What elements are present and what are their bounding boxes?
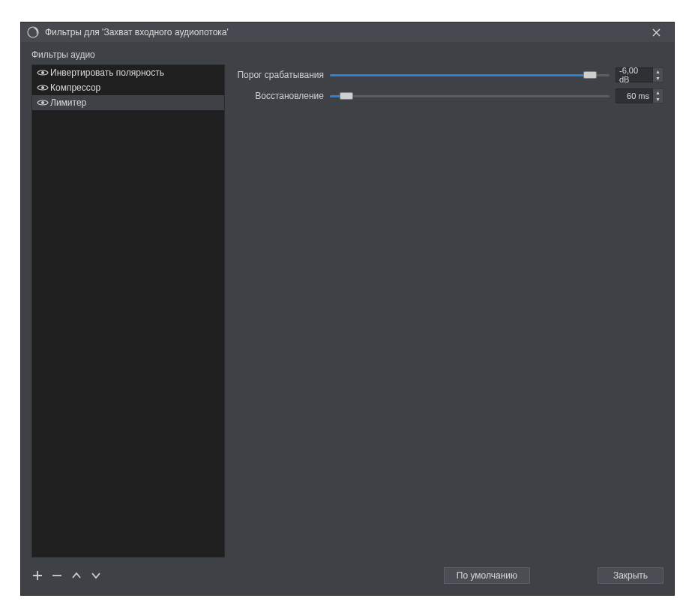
dialog-body: Фильтры аудио Инвертировать полярность bbox=[21, 42, 674, 595]
threshold-spinbox[interactable]: -6,00 dB ▲ ▼ bbox=[616, 67, 664, 82]
filters-dialog: Фильтры для 'Захват входного аудиопотока… bbox=[20, 22, 675, 596]
slider-track bbox=[330, 95, 610, 97]
filter-item-label: Лимитер bbox=[50, 97, 86, 108]
release-value[interactable]: 60 ms bbox=[616, 88, 653, 103]
minus-icon bbox=[52, 570, 62, 581]
close-icon bbox=[652, 28, 661, 37]
svg-point-1 bbox=[31, 31, 34, 34]
release-spinbox[interactable]: 60 ms ▲ ▼ bbox=[616, 88, 664, 103]
threshold-label: Порог срабатывания bbox=[235, 70, 324, 80]
slider-thumb[interactable] bbox=[583, 71, 597, 79]
svg-point-3 bbox=[41, 86, 44, 89]
stepper-up-icon[interactable]: ▲ bbox=[653, 68, 663, 75]
filter-item-label: Инвертировать полярность bbox=[50, 67, 164, 78]
columns: Фильтры аудио Инвертировать полярность bbox=[31, 49, 664, 558]
remove-filter-button[interactable] bbox=[51, 568, 63, 583]
threshold-stepper[interactable]: ▲ ▼ bbox=[653, 67, 664, 82]
svg-point-4 bbox=[41, 101, 44, 104]
close-button[interactable]: Закрыть bbox=[598, 567, 664, 584]
move-filter-down-button[interactable] bbox=[90, 568, 102, 583]
eye-icon bbox=[37, 69, 49, 76]
title-bar: Фильтры для 'Захват входного аудиопотока… bbox=[21, 22, 674, 42]
threshold-slider[interactable] bbox=[330, 69, 610, 81]
release-label: Восстановление bbox=[235, 91, 324, 101]
obs-app-icon bbox=[27, 26, 39, 38]
property-release: Восстановление 60 ms ▲ ▼ bbox=[235, 85, 664, 106]
filters-section-label: Фильтры аудио bbox=[31, 49, 225, 60]
chevron-down-icon bbox=[91, 572, 101, 579]
window-title: Фильтры для 'Захват входного аудиопотока… bbox=[45, 27, 643, 37]
svg-point-2 bbox=[41, 71, 44, 74]
dialog-footer: По умолчанию Закрыть bbox=[31, 565, 664, 586]
filter-item-compressor[interactable]: Компрессор bbox=[32, 80, 224, 95]
eye-icon bbox=[37, 84, 49, 91]
visibility-toggle[interactable] bbox=[37, 69, 50, 76]
stepper-up-icon[interactable]: ▲ bbox=[653, 89, 663, 96]
filter-item-limiter[interactable]: Лимитер bbox=[32, 95, 224, 110]
slider-fill bbox=[330, 74, 590, 76]
slider-thumb[interactable] bbox=[340, 92, 353, 100]
filter-list-toolbar bbox=[31, 568, 102, 583]
threshold-value[interactable]: -6,00 dB bbox=[616, 67, 653, 82]
stepper-down-icon[interactable]: ▼ bbox=[653, 96, 663, 103]
chevron-up-icon bbox=[71, 572, 82, 579]
visibility-toggle[interactable] bbox=[37, 99, 50, 106]
add-filter-button[interactable] bbox=[31, 568, 43, 583]
move-filter-up-button[interactable] bbox=[70, 568, 82, 583]
defaults-button[interactable]: По умолчанию bbox=[444, 567, 530, 584]
window-close-button[interactable] bbox=[643, 22, 670, 42]
filters-pane: Фильтры аудио Инвертировать полярность bbox=[31, 49, 225, 558]
property-threshold: Порог срабатывания -6,00 dB ▲ ▼ bbox=[235, 64, 664, 85]
filter-item-invert-polarity[interactable]: Инвертировать полярность bbox=[32, 65, 224, 80]
stepper-down-icon[interactable]: ▼ bbox=[653, 75, 663, 82]
eye-icon bbox=[37, 99, 49, 106]
plus-icon bbox=[32, 570, 43, 581]
release-slider[interactable] bbox=[330, 90, 610, 102]
visibility-toggle[interactable] bbox=[37, 84, 50, 91]
release-stepper[interactable]: ▲ ▼ bbox=[653, 88, 664, 103]
filter-properties-pane: Порог срабатывания -6,00 dB ▲ ▼ bbox=[235, 49, 664, 558]
filter-list[interactable]: Инвертировать полярность Компрессор bbox=[31, 64, 225, 558]
filter-item-label: Компрессор bbox=[50, 82, 100, 93]
